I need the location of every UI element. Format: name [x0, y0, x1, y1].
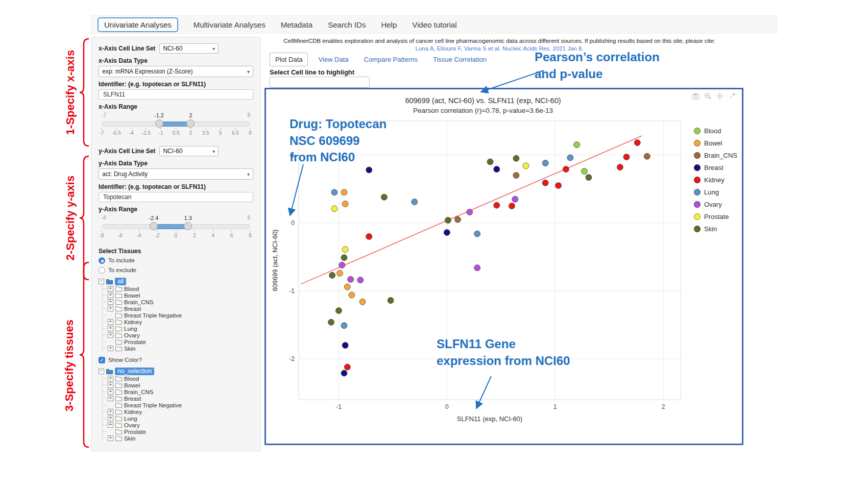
point-skin[interactable] [388, 298, 394, 304]
nav-tab-metadata[interactable]: Metadata [281, 20, 313, 29]
legend-item-kidney[interactable]: Kidney [694, 176, 737, 184]
y-cell-line-set-select[interactable]: NCI-60 ▾ [159, 146, 219, 156]
nav-tab-multivariate-analyses[interactable]: Multivariate Analyses [194, 20, 266, 29]
tree-item-blood[interactable]: +Blood [103, 285, 253, 292]
expand-icon[interactable]: + [108, 389, 113, 395]
x-range-slider[interactable]: -78-1.22-7-5.5-4-2.5-10.523.556.58 [102, 112, 250, 139]
point-kidney[interactable] [634, 140, 640, 146]
point-skin[interactable] [328, 319, 334, 325]
point-ovary[interactable] [357, 277, 364, 283]
point-bowel[interactable] [342, 201, 348, 207]
expand-icon[interactable]: + [108, 376, 113, 381]
tree-root-no-selection[interactable]: −no_selection [99, 367, 253, 375]
zoom-in-icon[interactable] [704, 92, 712, 101]
tree-item-breast[interactable]: +Breast [103, 305, 253, 312]
autoscale-icon[interactable] [729, 92, 737, 101]
tree-item-bowel[interactable]: +Bowel [103, 382, 253, 388]
slider-handle-high[interactable] [184, 222, 192, 230]
tree-item-breast[interactable]: +Breast [103, 395, 253, 402]
y-identifier-input[interactable] [99, 192, 253, 202]
tree-item-skin[interactable]: +Skin [103, 435, 253, 442]
pan-icon[interactable] [716, 92, 725, 101]
nav-tab-video-tutorial[interactable]: Video tutorial [412, 20, 456, 29]
tree-item-prostate[interactable]: Prostate [103, 338, 253, 345]
expand-icon[interactable]: + [108, 382, 113, 388]
point-brain-cns[interactable] [513, 173, 519, 179]
point-bowel[interactable] [341, 189, 347, 196]
expand-icon[interactable]: + [108, 416, 113, 421]
tree-item-lung[interactable]: +Lung [103, 415, 253, 422]
tree-item-brain-cns[interactable]: +Brain_CNS [103, 388, 253, 395]
x-identifier-input[interactable] [99, 89, 253, 100]
legend-item-brain-cns[interactable]: Brain_CNS [694, 152, 737, 159]
point-skin[interactable] [487, 159, 493, 165]
point-kidney[interactable] [623, 154, 630, 160]
point-ovary[interactable] [339, 262, 345, 268]
point-ovary[interactable] [474, 265, 480, 271]
tree-item-ovary[interactable]: +Ovary [103, 332, 253, 338]
tree-item-kidney[interactable]: +Kidney [103, 319, 253, 325]
point-brain-cns[interactable] [454, 216, 461, 223]
tree-item-ovary[interactable]: +Ovary [103, 422, 253, 428]
nav-tab-search-ids[interactable]: Search IDs [328, 20, 366, 29]
show-color-checkbox[interactable]: ✓ Show Color? [99, 356, 253, 364]
legend-item-ovary[interactable]: Ovary [694, 201, 737, 208]
collapse-icon[interactable]: − [99, 279, 104, 284]
point-breast[interactable] [341, 370, 347, 376]
point-skin[interactable] [586, 175, 592, 181]
expand-icon[interactable]: + [108, 422, 113, 428]
point-kidney[interactable] [556, 183, 562, 189]
point-prostate[interactable] [523, 163, 529, 169]
point-lung[interactable] [567, 155, 573, 161]
citation-link[interactable]: Luna A, Elloumi F, Varma S et al. Nuclei… [270, 45, 729, 52]
point-bowel[interactable] [359, 299, 366, 305]
tab-view-data[interactable]: View Data [313, 53, 353, 66]
expand-icon[interactable]: + [108, 286, 113, 291]
point-lung[interactable] [412, 199, 418, 205]
point-skin[interactable] [335, 308, 342, 314]
point-kidney[interactable] [366, 233, 372, 239]
x-data-type-select[interactable]: exp: mRNA Expression (Z-Score) ▾ [99, 66, 253, 77]
expand-icon[interactable]: + [108, 346, 113, 351]
point-skin[interactable] [381, 194, 387, 200]
tab-plot-data[interactable]: Plot Data [270, 53, 308, 66]
expand-icon[interactable]: + [108, 326, 113, 331]
tree-item-brain-cns[interactable]: +Brain_CNS [103, 299, 253, 305]
expand-icon[interactable]: + [108, 299, 113, 305]
point-bowel[interactable] [344, 284, 350, 290]
radio-to-include[interactable]: To include [99, 256, 253, 264]
tree-item-prostate[interactable]: Prostate [103, 428, 253, 435]
point-skin[interactable] [445, 217, 451, 223]
point-blood[interactable] [581, 168, 587, 175]
slider-track[interactable] [102, 224, 250, 229]
radio-to-exclude[interactable]: To exclude [99, 266, 253, 274]
legend-item-breast[interactable]: Breast [694, 164, 737, 172]
point-breast[interactable] [444, 229, 450, 235]
collapse-icon[interactable]: − [99, 369, 104, 374]
expand-icon[interactable]: + [108, 435, 113, 441]
point-skin[interactable] [329, 272, 335, 278]
tree-root-all[interactable]: −all [99, 277, 253, 285]
highlight-input[interactable] [270, 77, 370, 88]
tree-item-kidney[interactable]: +Kidney [103, 408, 253, 415]
point-skin[interactable] [513, 155, 519, 161]
legend-item-bowel[interactable]: Bowel [694, 139, 737, 147]
point-bowel[interactable] [349, 292, 355, 298]
tree-item-skin[interactable]: +Skin [103, 345, 253, 352]
tree-item-breast-triple-negative[interactable]: Breast Triple Negative [103, 402, 253, 408]
expand-icon[interactable]: + [108, 332, 113, 338]
point-blood[interactable] [574, 142, 580, 148]
tree-item-blood[interactable]: +Blood [103, 375, 253, 382]
nav-tab-help[interactable]: Help [381, 20, 397, 29]
point-prostate[interactable] [331, 206, 337, 212]
point-lung[interactable] [341, 323, 347, 329]
point-kidney[interactable] [509, 203, 515, 209]
tree-item-breast-triple-negative[interactable]: Breast Triple Negative [103, 312, 253, 319]
slider-handle-high[interactable] [186, 119, 195, 128]
point-ovary[interactable] [512, 196, 518, 202]
legend-item-lung[interactable]: Lung [694, 188, 737, 196]
nav-tab-univariate-analyses[interactable]: Univariate Analyses [98, 17, 178, 32]
tab-compare-patterns[interactable]: Compare Patterns [359, 53, 423, 66]
point-kidney[interactable] [344, 364, 350, 370]
slider-track[interactable] [102, 121, 250, 127]
